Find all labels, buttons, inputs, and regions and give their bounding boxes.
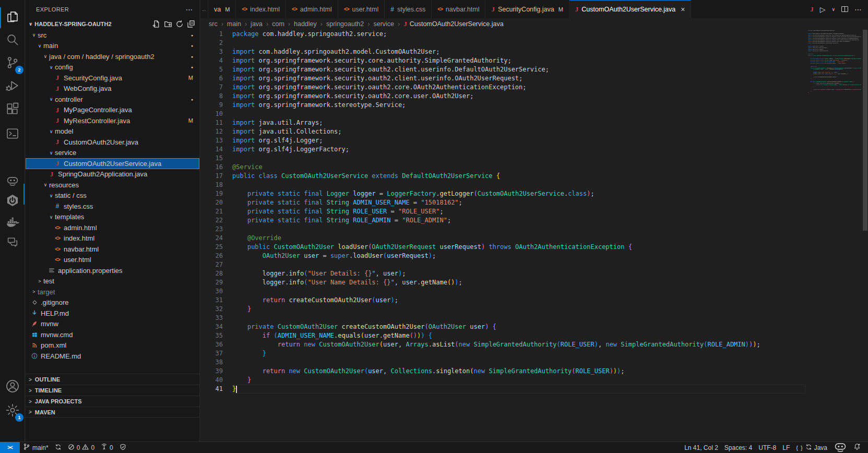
activity-run-debug[interactable] (0, 77, 25, 96)
status-encoding[interactable]: UTF-8 (755, 442, 779, 453)
code-line-22[interactable]: private static final String ROLE_ADMIN =… (232, 216, 805, 225)
code-line-28[interactable]: logger.info("User Details: {}", user); (232, 269, 805, 278)
activity-copilot-chat[interactable] (0, 172, 25, 191)
tab-styles.css[interactable]: #styles.css (385, 0, 432, 18)
code-line-26[interactable]: OAuth2User user = super.loadUser(userReq… (232, 252, 805, 260)
tab-navbar.html[interactable]: <>navbar.html (432, 0, 485, 18)
vertical-scrollbar[interactable] (862, 30, 868, 442)
tree-row-templates[interactable]: ∨templates (26, 212, 199, 223)
tab-user.html[interactable]: <>user.html (338, 0, 385, 18)
tree-row-static-css[interactable]: ∨static / css (26, 190, 199, 201)
code-line-2[interactable] (232, 39, 805, 47)
tree-row-target[interactable]: >target (26, 287, 199, 297)
code-line-34[interactable]: private CustomOAuth2User createCustomOAu… (232, 323, 805, 331)
tab-va[interactable]: vaM (208, 0, 236, 18)
breadcrumb-file[interactable]: JCustomOAuth2UserService.java (403, 20, 503, 28)
code-line-41[interactable]: } (232, 385, 805, 394)
status-branch[interactable]: main* (20, 442, 52, 453)
tab-admin.html[interactable]: <>admin.html (286, 0, 338, 18)
breadcrumb[interactable]: src›main›java›com›haddley›springoauth2›s… (200, 18, 868, 30)
scrollbar-slider[interactable] (863, 30, 867, 231)
tree-row-resources[interactable]: ∨resources (26, 180, 199, 190)
tree-row-mypagecontroller.java[interactable]: JMyPageController.java (26, 105, 199, 116)
code-line-12[interactable]: import java.util.Collections; (232, 127, 805, 136)
tree-row-webconfig.java[interactable]: JWebConfig.java (26, 84, 199, 94)
new-folder-icon[interactable] (164, 20, 172, 28)
activity-extensions[interactable] (0, 100, 25, 119)
tree-row-pom.xml[interactable]: pom.xml (26, 340, 199, 351)
tree-row-test[interactable]: >test (26, 276, 199, 287)
code-line-5[interactable]: import org.springframework.security.oaut… (232, 65, 805, 74)
code-line-6[interactable]: import org.springframework.security.oaut… (232, 74, 805, 83)
code-line-38[interactable] (232, 358, 805, 367)
run-dropdown-icon[interactable]: ∨ (831, 7, 835, 12)
status-language-status[interactable]: { }Java (793, 442, 830, 453)
tree-row-mvnw[interactable]: mvnw (26, 319, 199, 330)
collapse-all-icon[interactable] (187, 20, 195, 28)
status-notifications[interactable] (850, 442, 864, 453)
status-ports[interactable]: 0 (98, 442, 116, 453)
panel-maven[interactable]: >MAVEN (26, 407, 199, 418)
tree-row-.gitignore[interactable]: .gitignore (26, 297, 199, 308)
tree-row-myrestcontroller.java[interactable]: JMyRestController.javaM (26, 115, 199, 126)
activity-explorer[interactable] (0, 8, 25, 27)
activity-search[interactable] (0, 31, 25, 50)
tree-row-customoauth2user.java[interactable]: JCustomOAuth2User.java (26, 137, 199, 148)
tree-row-mvnw.cmd[interactable]: mvnw.cmd (26, 329, 199, 340)
breadcrumb-item[interactable]: springoauth2 (326, 20, 364, 28)
tree-row-service[interactable]: ∨service (26, 148, 199, 159)
status-security[interactable] (116, 442, 129, 453)
activity-comments[interactable] (0, 234, 25, 253)
tree-row-application.properties[interactable]: application.properties (26, 265, 199, 276)
breadcrumb-item[interactable]: haddley (294, 20, 317, 28)
code-line-37[interactable]: } (232, 349, 805, 358)
run-java-icon[interactable]: J (810, 5, 814, 14)
tree-row-styles.css[interactable]: #styles.css (26, 201, 199, 212)
breadcrumb-item[interactable]: java (251, 20, 263, 28)
code-line-15[interactable] (232, 154, 805, 163)
more-actions-icon[interactable]: ⋯ (854, 5, 862, 14)
code-line-39[interactable]: return new CustomOAuth2User(user, Collec… (232, 367, 805, 376)
status-indentation[interactable]: Spaces: 4 (721, 442, 755, 453)
code-line-40[interactable]: } (232, 376, 805, 385)
tree-row-controller[interactable]: ∨controller● (26, 94, 199, 105)
code-line-36[interactable]: return new CustomOAuth2User(user, Arrays… (232, 340, 805, 349)
code-line-10[interactable] (232, 110, 805, 118)
tree-row-securityconfig.java[interactable]: JSecurityConfig.javaM (26, 73, 199, 84)
activity-docker[interactable] (0, 214, 25, 233)
code-line-35[interactable]: if (ADMIN_USER_NAME.equals(user.getName(… (232, 331, 805, 340)
status-problems[interactable]: 00 (65, 442, 98, 453)
status-copilot[interactable] (830, 442, 850, 453)
tab-customoauth2userservice.java[interactable]: JCustomOAuth2UserService.java× (569, 0, 692, 18)
tree-row-navbar.html[interactable]: <>navbar.html (26, 244, 199, 255)
tree-row-user.html[interactable]: <>user.html (26, 255, 199, 266)
tree-row-java-com-haddley-springoauth2[interactable]: ∨java / com / haddley / springoauth2● (26, 51, 199, 62)
code-line-16[interactable]: @Service (232, 163, 805, 172)
code-line-24[interactable]: @Override (232, 234, 805, 243)
code-content[interactable]: package com.haddley.springoauth2.service… (232, 30, 805, 394)
tab-index.html[interactable]: <>index.html (236, 0, 286, 18)
explorer-more-icon[interactable]: ⋯ (186, 5, 193, 14)
tree-row-customoauth2userservice.java[interactable]: JCustomOAuth2UserService.java (26, 158, 199, 169)
tree-row-readme.md[interactable]: README.md (26, 351, 199, 362)
code-line-21[interactable]: private static final String ROLE_USER = … (232, 207, 805, 216)
minimap[interactable]: package com.haddley.springoauth2.service… (808, 30, 861, 442)
code-line-32[interactable]: } (232, 305, 805, 314)
tree-row-help.md[interactable]: HELP.md (26, 308, 199, 319)
code-line-14[interactable]: import org.slf4j.LoggerFactory; (232, 145, 805, 154)
new-file-icon[interactable] (152, 20, 161, 28)
code-line-17[interactable]: public class CustomOAuth2UserService ext… (232, 172, 805, 181)
tree-row-admin.html[interactable]: <>admin.html (26, 222, 199, 233)
code-line-31[interactable]: return createCustomOAuth2User(user); (232, 296, 805, 305)
code-line-8[interactable]: import org.springframework.security.oaut… (232, 92, 805, 101)
panel-timeline[interactable]: >TIMELINE (26, 385, 199, 396)
code-line-23[interactable] (232, 225, 805, 234)
tree-row-config[interactable]: ∨config● (26, 62, 199, 73)
code-line-18[interactable] (232, 181, 805, 189)
code-editor[interactable]: 1234567891011121314151617181920212223242… (200, 30, 868, 442)
code-line-3[interactable]: import com.haddley.springoauth2.model.Cu… (232, 47, 805, 56)
code-line-30[interactable] (232, 287, 805, 296)
code-line-27[interactable] (232, 260, 805, 269)
close-icon[interactable]: × (681, 6, 685, 13)
tree-row-main[interactable]: ∨main● (26, 41, 199, 52)
